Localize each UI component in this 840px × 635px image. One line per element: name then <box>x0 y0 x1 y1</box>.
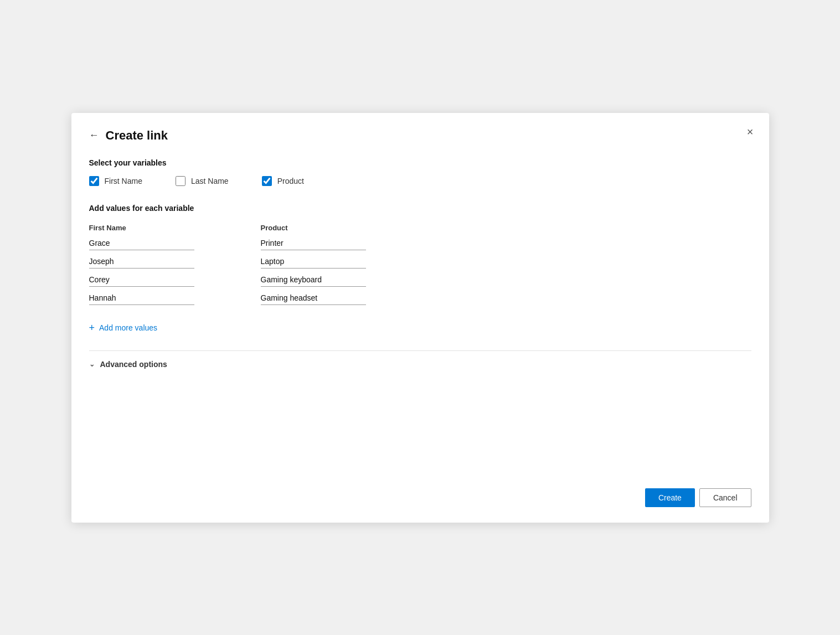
first-name-checkbox-item[interactable]: First Name <box>89 176 142 186</box>
product-input-1[interactable] <box>261 236 366 250</box>
add-icon: + <box>89 323 95 333</box>
product-label: Product <box>277 177 304 185</box>
last-name-label: Last Name <box>191 177 229 185</box>
product-checkbox-item[interactable]: Product <box>262 176 304 186</box>
close-button[interactable]: × <box>747 126 754 137</box>
last-name-checkbox-item[interactable]: Last Name <box>176 176 229 186</box>
product-input-3[interactable] <box>261 273 366 287</box>
dialog-footer: Create Cancel <box>645 488 751 507</box>
table-row <box>89 291 751 305</box>
back-arrow-icon: ← <box>89 130 99 141</box>
create-button[interactable]: Create <box>645 488 695 507</box>
select-variables-label: Select your variables <box>89 158 751 167</box>
product-input-2[interactable] <box>261 255 366 269</box>
table-row <box>89 273 751 287</box>
table-headers: First Name Product <box>89 224 751 232</box>
select-variables-section: Select your variables First Name Last Na… <box>89 158 751 204</box>
first-name-label: First Name <box>105 177 142 185</box>
last-name-checkbox[interactable] <box>176 176 185 186</box>
dialog-title: Create link <box>106 128 168 143</box>
table-row <box>89 255 751 269</box>
add-values-section: Add values for each variable First Name … <box>89 204 751 309</box>
product-input-4[interactable] <box>261 291 366 305</box>
create-link-dialog: ← Create link × Select your variables Fi… <box>71 113 769 523</box>
product-checkbox[interactable] <box>262 176 272 186</box>
close-icon: × <box>747 126 754 138</box>
product-column-header: Product <box>261 224 377 232</box>
add-more-values-button[interactable]: + Add more values <box>89 323 751 333</box>
advanced-options-button[interactable]: ⌄ Advanced options <box>89 351 751 378</box>
dialog-header: ← Create link <box>89 128 751 143</box>
variables-row: First Name Last Name Product <box>89 176 751 186</box>
first-name-input-1[interactable] <box>89 236 194 250</box>
first-name-checkbox[interactable] <box>89 176 99 186</box>
add-values-title: Add values for each variable <box>89 204 751 213</box>
add-more-label: Add more values <box>99 323 157 332</box>
advanced-options-label: Advanced options <box>100 360 167 369</box>
table-row <box>89 236 751 250</box>
chevron-down-icon: ⌄ <box>89 360 95 368</box>
first-name-input-3[interactable] <box>89 273 194 287</box>
first-name-input-2[interactable] <box>89 255 194 269</box>
back-button[interactable]: ← <box>89 130 99 141</box>
first-name-input-4[interactable] <box>89 291 194 305</box>
cancel-button[interactable]: Cancel <box>699 488 751 507</box>
first-name-column-header: First Name <box>89 224 205 232</box>
